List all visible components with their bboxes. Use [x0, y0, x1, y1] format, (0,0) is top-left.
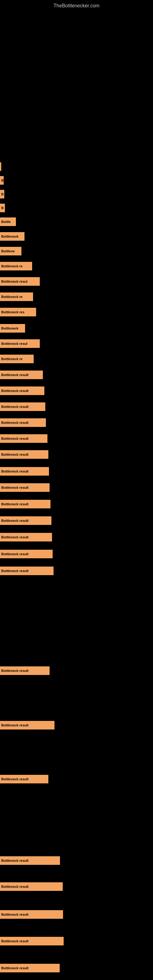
bar-row: Bottleneck result — [0, 721, 153, 730]
bottleneck-bar: Bottleneck result — [0, 882, 63, 891]
bottleneck-bar: Bottleneck result — [0, 418, 46, 427]
bottleneck-bar: Bottleneck resul — [0, 339, 40, 348]
bottleneck-bar: Bottleneck result — [0, 775, 48, 783]
bottleneck-bar: Bottleneck resul — [0, 277, 40, 286]
bar-row: Bottleneck resul — [0, 339, 153, 348]
bar-row: Bottle — [0, 218, 153, 226]
bar-row: Bottleneck result — [0, 387, 153, 395]
bar-row: Bottleneck re — [0, 262, 153, 270]
bar-row: B — [0, 176, 153, 185]
bar-row: Bottleneck result — [0, 775, 153, 783]
bar-row: Bottleneck result — [0, 910, 153, 919]
bottleneck-bar: Bottleneck result — [0, 387, 45, 395]
bar-row: Bottleneck result — [0, 418, 153, 427]
bottleneck-bar: Bottleneck result — [0, 516, 51, 525]
bar-row: Bottleneck re — [0, 293, 153, 301]
bar-row: Bottleneck re — [0, 355, 153, 363]
bar-row: Bottleneck result — [0, 371, 153, 379]
bar-row: Bottleneck resul — [0, 277, 153, 286]
bottleneck-bar: Bottleneck — [0, 232, 24, 241]
bottleneck-bar: Bottleneck result — [0, 450, 48, 459]
bottleneck-bar: Bottleneck result — [0, 856, 60, 865]
bottleneck-bar: B — [0, 204, 5, 212]
bar-row: Bottleneck result — [0, 550, 153, 558]
bar-row: Bottleneck — [0, 324, 153, 332]
bar-row — [0, 162, 153, 171]
bottleneck-bar: Bottleneck result — [0, 964, 60, 972]
bottleneck-bar: Bottleneck result — [0, 483, 49, 492]
bar-row: B — [0, 190, 153, 199]
bottleneck-bar: Bottlene — [0, 247, 21, 255]
bottleneck-bar: Bottleneck result — [0, 550, 53, 558]
bar-row: Bottleneck result — [0, 964, 153, 972]
bottleneck-bar: B — [0, 190, 4, 199]
bar-row: Bottleneck result — [0, 500, 153, 508]
bottleneck-bar: Bottleneck result — [0, 566, 54, 575]
bottleneck-bar: Bottleneck res — [0, 308, 36, 317]
bottleneck-bar: Bottleneck result — [0, 371, 43, 379]
bottleneck-bar: Bottleneck result — [0, 533, 52, 541]
bottleneck-bar: Bottleneck — [0, 324, 25, 332]
bottleneck-bar: Bottleneck re — [0, 262, 32, 270]
bottleneck-bar: Bottleneck result — [0, 500, 51, 508]
bar-row: Bottleneck result — [0, 566, 153, 575]
bar-row: Bottleneck result — [0, 467, 153, 476]
bottleneck-bar: B — [0, 176, 4, 185]
bar-row: Bottleneck result — [0, 434, 153, 443]
site-title: TheBottlenecker.com — [0, 0, 153, 12]
bottleneck-bar: Bottleneck result — [0, 721, 54, 730]
bottleneck-bar: Bottleneck re — [0, 355, 33, 363]
bar-row: Bottleneck result — [0, 856, 153, 865]
bar-row: Bottleneck result — [0, 937, 153, 945]
bottleneck-bar: Bottleneck result — [0, 402, 45, 411]
bottleneck-bar — [0, 162, 1, 171]
bar-row: Bottleneck res — [0, 308, 153, 317]
bar-row: Bottleneck result — [0, 882, 153, 891]
bottleneck-bar: Bottleneck result — [0, 910, 63, 919]
bar-row: B — [0, 204, 153, 212]
bottleneck-bar: Bottleneck result — [0, 434, 48, 443]
bottleneck-bar: Bottleneck result — [0, 937, 64, 945]
bottleneck-bar: Bottleneck re — [0, 293, 33, 301]
bottleneck-bar: Bottle — [0, 218, 16, 226]
bottleneck-bar: Bottleneck result — [0, 667, 49, 675]
bar-row: Bottleneck result — [0, 483, 153, 492]
bar-row: Bottleneck result — [0, 533, 153, 541]
bar-row: Bottlene — [0, 247, 153, 255]
bar-row: Bottleneck result — [0, 667, 153, 675]
bar-row: Bottleneck result — [0, 516, 153, 525]
bar-row: Bottleneck result — [0, 450, 153, 459]
bottleneck-bar: Bottleneck result — [0, 467, 49, 476]
bar-row: Bottleneck result — [0, 402, 153, 411]
bar-row: Bottleneck — [0, 232, 153, 241]
